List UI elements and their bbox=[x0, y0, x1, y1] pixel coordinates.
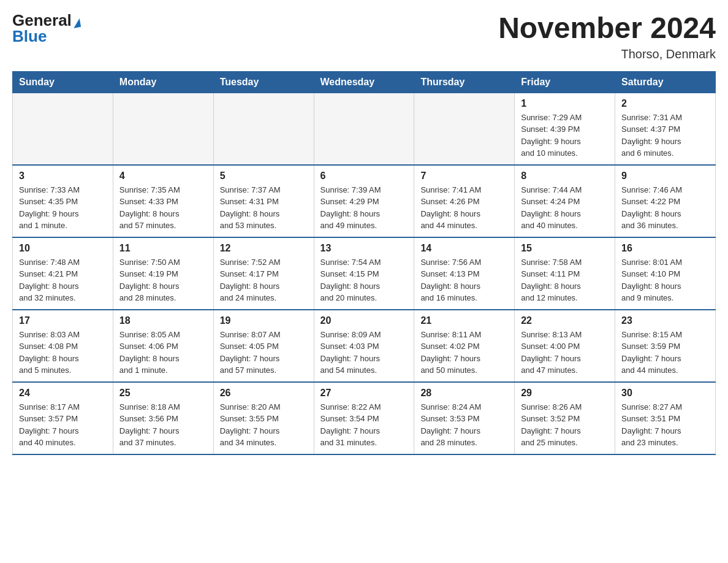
calendar-cell: 2Sunrise: 7:31 AMSunset: 4:37 PMDaylight… bbox=[615, 93, 716, 165]
day-number: 19 bbox=[220, 315, 308, 326]
day-info: Sunrise: 7:33 AMSunset: 4:35 PMDaylight:… bbox=[19, 184, 107, 232]
day-info: Sunrise: 8:07 AMSunset: 4:05 PMDaylight:… bbox=[220, 329, 308, 377]
day-number: 6 bbox=[320, 170, 408, 182]
day-info: Sunrise: 7:56 AMSunset: 4:13 PMDaylight:… bbox=[420, 256, 508, 304]
day-number: 12 bbox=[220, 243, 308, 254]
day-number: 27 bbox=[320, 388, 408, 399]
day-number: 5 bbox=[220, 170, 308, 182]
title-area: November 2024 Thorso, Denmark bbox=[498, 12, 716, 61]
day-number: 10 bbox=[19, 243, 107, 254]
calendar-cell: 16Sunrise: 8:01 AMSunset: 4:10 PMDayligh… bbox=[615, 237, 716, 310]
day-info: Sunrise: 8:26 AMSunset: 3:52 PMDaylight:… bbox=[521, 401, 609, 449]
calendar-cell: 18Sunrise: 8:05 AMSunset: 4:06 PMDayligh… bbox=[113, 310, 213, 382]
calendar-cell bbox=[113, 93, 213, 165]
day-number: 8 bbox=[521, 170, 609, 182]
logo-triangle-icon bbox=[72, 18, 81, 28]
day-number: 23 bbox=[621, 315, 709, 326]
calendar-cell: 20Sunrise: 8:09 AMSunset: 4:03 PMDayligh… bbox=[314, 310, 414, 382]
location: Thorso, Denmark bbox=[498, 47, 716, 61]
month-title: November 2024 bbox=[498, 12, 716, 45]
logo: General Blue bbox=[12, 12, 80, 44]
week-row-2: 3Sunrise: 7:33 AMSunset: 4:35 PMDaylight… bbox=[13, 165, 716, 237]
logo-blue-text: Blue bbox=[12, 28, 47, 44]
weekday-header-saturday: Saturday bbox=[615, 71, 716, 93]
calendar-cell: 5Sunrise: 7:37 AMSunset: 4:31 PMDaylight… bbox=[213, 165, 314, 237]
day-info: Sunrise: 8:05 AMSunset: 4:06 PMDaylight:… bbox=[119, 329, 207, 377]
calendar-cell: 24Sunrise: 8:17 AMSunset: 3:57 PMDayligh… bbox=[13, 382, 113, 454]
weekday-header-tuesday: Tuesday bbox=[213, 71, 314, 93]
calendar-cell: 26Sunrise: 8:20 AMSunset: 3:55 PMDayligh… bbox=[213, 382, 314, 454]
day-number: 28 bbox=[420, 388, 508, 399]
week-row-1: 1Sunrise: 7:29 AMSunset: 4:39 PMDaylight… bbox=[13, 93, 716, 165]
day-info: Sunrise: 7:46 AMSunset: 4:22 PMDaylight:… bbox=[621, 184, 709, 232]
day-info: Sunrise: 7:37 AMSunset: 4:31 PMDaylight:… bbox=[220, 184, 308, 232]
calendar-cell: 25Sunrise: 8:18 AMSunset: 3:56 PMDayligh… bbox=[113, 382, 213, 454]
day-number: 15 bbox=[521, 243, 609, 254]
day-number: 30 bbox=[621, 388, 709, 399]
day-info: Sunrise: 7:58 AMSunset: 4:11 PMDaylight:… bbox=[521, 256, 609, 304]
day-number: 13 bbox=[320, 243, 408, 254]
weekday-header-thursday: Thursday bbox=[414, 71, 515, 93]
calendar-cell: 19Sunrise: 8:07 AMSunset: 4:05 PMDayligh… bbox=[213, 310, 314, 382]
day-info: Sunrise: 8:03 AMSunset: 4:08 PMDaylight:… bbox=[19, 329, 107, 377]
day-info: Sunrise: 7:48 AMSunset: 4:21 PMDaylight:… bbox=[19, 256, 107, 304]
calendar-cell bbox=[13, 93, 113, 165]
calendar-cell: 21Sunrise: 8:11 AMSunset: 4:02 PMDayligh… bbox=[414, 310, 515, 382]
day-number: 26 bbox=[220, 388, 308, 399]
day-number: 18 bbox=[119, 315, 207, 326]
week-row-4: 17Sunrise: 8:03 AMSunset: 4:08 PMDayligh… bbox=[13, 310, 716, 382]
day-info: Sunrise: 7:54 AMSunset: 4:15 PMDaylight:… bbox=[320, 256, 408, 304]
calendar-cell: 8Sunrise: 7:44 AMSunset: 4:24 PMDaylight… bbox=[515, 165, 615, 237]
day-number: 9 bbox=[621, 170, 709, 182]
day-info: Sunrise: 8:15 AMSunset: 3:59 PMDaylight:… bbox=[621, 329, 709, 377]
calendar-cell: 23Sunrise: 8:15 AMSunset: 3:59 PMDayligh… bbox=[615, 310, 716, 382]
weekday-header-sunday: Sunday bbox=[13, 71, 113, 93]
day-info: Sunrise: 7:52 AMSunset: 4:17 PMDaylight:… bbox=[220, 256, 308, 304]
day-number: 25 bbox=[119, 388, 207, 399]
day-number: 21 bbox=[420, 315, 508, 326]
calendar-cell bbox=[314, 93, 414, 165]
day-number: 2 bbox=[621, 98, 709, 109]
weekday-header-monday: Monday bbox=[113, 71, 213, 93]
weekday-header-wednesday: Wednesday bbox=[314, 71, 414, 93]
calendar-cell: 28Sunrise: 8:24 AMSunset: 3:53 PMDayligh… bbox=[414, 382, 515, 454]
day-info: Sunrise: 8:17 AMSunset: 3:57 PMDaylight:… bbox=[19, 401, 107, 449]
day-info: Sunrise: 8:13 AMSunset: 4:00 PMDaylight:… bbox=[521, 329, 609, 377]
calendar-cell: 30Sunrise: 8:27 AMSunset: 3:51 PMDayligh… bbox=[615, 382, 716, 454]
day-number: 7 bbox=[420, 170, 508, 182]
calendar-cell: 1Sunrise: 7:29 AMSunset: 4:39 PMDaylight… bbox=[515, 93, 615, 165]
day-number: 16 bbox=[621, 243, 709, 254]
weekday-header-friday: Friday bbox=[515, 71, 615, 93]
calendar-cell bbox=[213, 93, 314, 165]
day-info: Sunrise: 8:22 AMSunset: 3:54 PMDaylight:… bbox=[320, 401, 408, 449]
calendar-cell bbox=[414, 93, 515, 165]
calendar-cell: 27Sunrise: 8:22 AMSunset: 3:54 PMDayligh… bbox=[314, 382, 414, 454]
day-number: 4 bbox=[119, 170, 207, 182]
day-info: Sunrise: 8:09 AMSunset: 4:03 PMDaylight:… bbox=[320, 329, 408, 377]
day-number: 24 bbox=[19, 388, 107, 399]
weekday-header-row: SundayMondayTuesdayWednesdayThursdayFrid… bbox=[13, 71, 716, 93]
calendar-cell: 22Sunrise: 8:13 AMSunset: 4:00 PMDayligh… bbox=[515, 310, 615, 382]
header: General Blue November 2024 Thorso, Denma… bbox=[12, 12, 716, 61]
day-info: Sunrise: 7:35 AMSunset: 4:33 PMDaylight:… bbox=[119, 184, 207, 232]
day-number: 11 bbox=[119, 243, 207, 254]
calendar-cell: 17Sunrise: 8:03 AMSunset: 4:08 PMDayligh… bbox=[13, 310, 113, 382]
day-info: Sunrise: 8:24 AMSunset: 3:53 PMDaylight:… bbox=[420, 401, 508, 449]
calendar-cell: 12Sunrise: 7:52 AMSunset: 4:17 PMDayligh… bbox=[213, 237, 314, 310]
day-info: Sunrise: 7:41 AMSunset: 4:26 PMDaylight:… bbox=[420, 184, 508, 232]
calendar-cell: 7Sunrise: 7:41 AMSunset: 4:26 PMDaylight… bbox=[414, 165, 515, 237]
calendar-cell: 3Sunrise: 7:33 AMSunset: 4:35 PMDaylight… bbox=[13, 165, 113, 237]
logo-top: General bbox=[12, 12, 80, 28]
day-info: Sunrise: 8:27 AMSunset: 3:51 PMDaylight:… bbox=[621, 401, 709, 449]
calendar-cell: 4Sunrise: 7:35 AMSunset: 4:33 PMDaylight… bbox=[113, 165, 213, 237]
day-number: 29 bbox=[521, 388, 609, 399]
day-number: 14 bbox=[420, 243, 508, 254]
calendar-cell: 14Sunrise: 7:56 AMSunset: 4:13 PMDayligh… bbox=[414, 237, 515, 310]
day-number: 3 bbox=[19, 170, 107, 182]
calendar: SundayMondayTuesdayWednesdayThursdayFrid… bbox=[12, 71, 716, 455]
calendar-cell: 29Sunrise: 8:26 AMSunset: 3:52 PMDayligh… bbox=[515, 382, 615, 454]
day-info: Sunrise: 8:01 AMSunset: 4:10 PMDaylight:… bbox=[621, 256, 709, 304]
week-row-5: 24Sunrise: 8:17 AMSunset: 3:57 PMDayligh… bbox=[13, 382, 716, 454]
day-info: Sunrise: 8:11 AMSunset: 4:02 PMDaylight:… bbox=[420, 329, 508, 377]
day-info: Sunrise: 8:20 AMSunset: 3:55 PMDaylight:… bbox=[220, 401, 308, 449]
